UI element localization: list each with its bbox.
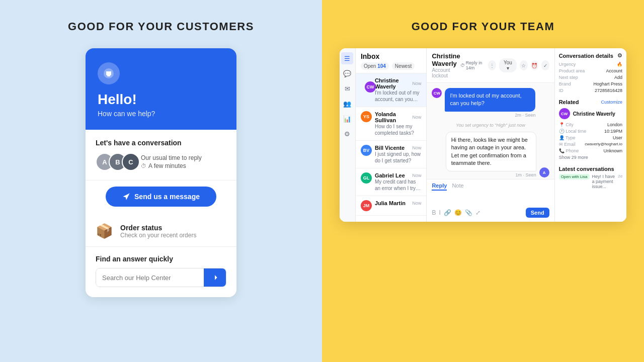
search-button[interactable]	[204, 268, 226, 287]
conv-item-header-1: Yolanda Sullivan Now	[375, 111, 421, 123]
more-options-icon[interactable]: ⋮	[488, 60, 496, 70]
brand-label: Brand	[559, 81, 571, 86]
next-step-value: Add	[614, 75, 622, 80]
widget-body: Let's have a conversation A B C Our usua…	[86, 130, 236, 297]
star-icon[interactable]: ☆	[520, 60, 528, 70]
email-value: cwaverly@hoghart.io	[585, 142, 622, 147]
agent-avatars: A B C	[96, 153, 135, 171]
check-icon[interactable]: ✓	[541, 60, 549, 70]
id-value: 27285816428	[595, 88, 622, 93]
conv-name-4: Julia Martin	[375, 200, 406, 206]
conv-item-0[interactable]: CW Christine Waverly Now I'm locked out …	[356, 73, 426, 107]
related-name: Christine Waverly	[573, 111, 615, 117]
conversation-details-title: Conversation details	[559, 53, 613, 59]
msg-bubble-2: Hi there, looks like we might be having …	[446, 132, 536, 172]
sidebar-icon-settings[interactable]: ⚙	[341, 128, 353, 140]
reply-time-badge: ⏱ Reply in 14m	[460, 60, 485, 70]
expand-icon[interactable]: ⤢	[475, 209, 480, 216]
newest-filter-button[interactable]: Newest	[392, 62, 415, 70]
widget-tagline: How can we help?	[98, 110, 224, 118]
reply-info: Our usual time to reply ⏱ A few minutes	[141, 154, 226, 169]
bold-icon[interactable]: B	[432, 209, 436, 216]
inbox-filter-row: Open 104 Newest	[361, 62, 421, 70]
attach-icon[interactable]: 📎	[465, 209, 472, 216]
conv-item-header-0: Christine Waverly Now	[375, 77, 421, 89]
related-title: Related	[559, 99, 579, 105]
latest-conversations-title: Latest conversations	[559, 166, 622, 172]
reply-tab[interactable]: Reply	[432, 183, 447, 191]
italic-icon[interactable]: I	[439, 209, 440, 216]
left-section-title: GOOD FOR YOUR CUSTOMERS	[68, 20, 254, 33]
svg-rect-1	[107, 75, 110, 76]
phone-value: Unknown	[603, 148, 622, 153]
urgency-label: Urgency	[559, 62, 576, 67]
conv-msg-2: I just signed up, how do I get started?	[375, 151, 421, 164]
conv-msg-3: My credit card has an error when I try t…	[375, 178, 421, 192]
help-search-section: Find an answer quickly	[86, 247, 236, 297]
order-status-section[interactable]: 📦 Order status Check on your recent orde…	[86, 216, 236, 247]
search-input[interactable]	[96, 268, 204, 287]
sidebar-icon-send[interactable]: ✉	[341, 82, 353, 95]
widget-greeting: Hello!	[98, 92, 224, 108]
reply-input[interactable]	[432, 193, 549, 207]
local-time-value: 10:19PM	[604, 129, 622, 134]
sidebar-icon-contacts[interactable]: 👥	[341, 98, 353, 110]
inbox-list: Inbox Open 104 Newest CW Christine Waver…	[356, 48, 427, 222]
id-label: ID	[559, 88, 564, 93]
snooze-icon[interactable]: ⏰	[531, 60, 539, 70]
reply-tools: B I 🔗 😊 📎 ⤢	[432, 209, 480, 216]
conv-item-1[interactable]: YS Yolanda Sullivan Now How do I see my …	[356, 107, 426, 141]
latest-conv-item[interactable]: Open with Lisa Hey! I have a payment iss…	[559, 174, 622, 189]
send-message-button[interactable]: Send us a message	[106, 187, 216, 207]
emoji-icon[interactable]: 😊	[454, 209, 462, 216]
conv-avatar-1: YS	[361, 111, 372, 122]
city-label: 📍 City	[559, 122, 574, 127]
urgency-value: 🔥	[617, 62, 622, 67]
sidebar-icon-reports[interactable]: 📊	[341, 113, 353, 125]
customize-link[interactable]: Customize	[601, 100, 622, 105]
system-msg: You set urgency to "High" just now	[432, 122, 549, 128]
type-value: User	[613, 135, 622, 140]
system-msg-text: You set urgency to "High" just now	[456, 123, 525, 128]
conv-name-0: Christine Waverly	[375, 77, 412, 89]
email-label: ✉ Email	[559, 142, 576, 147]
help-title: Find an answer quickly	[96, 255, 226, 263]
header-actions: ⏱ Reply in 14m ⋮ You ▾ ☆ ⏰ ✓	[460, 58, 549, 72]
agent-avatar-3: C	[122, 153, 140, 171]
phone-label: 📞 Phone	[559, 148, 579, 153]
conv-item-4[interactable]: JM Julia Martin Now	[356, 196, 426, 216]
send-reply-button[interactable]: Send	[526, 208, 549, 218]
conversation-details-section: Conversation details ⚙ Urgency 🔥 Product…	[559, 52, 622, 93]
details-gear-icon[interactable]: ⚙	[617, 52, 622, 59]
search-row	[96, 268, 226, 287]
right-panel: GOOD FOR YOUR TEAM ☰ 💬 ✉ 👥 📊 ⚙ Inbox Ope…	[322, 0, 644, 362]
link-icon[interactable]: 🔗	[444, 209, 451, 216]
conv-item-header-2: Bill Vicente Now	[375, 145, 421, 151]
reply-toolbar: B I 🔗 😊 📎 ⤢ Send	[432, 208, 549, 218]
inbox-sidebar: ☰ 💬 ✉ 👥 📊 ⚙	[340, 48, 356, 222]
order-title: Order status	[120, 224, 196, 232]
conversation-title: Let's have a conversation	[96, 139, 226, 147]
type-row: 👤 Type User	[559, 135, 622, 140]
assign-button[interactable]: You ▾	[499, 58, 517, 72]
conv-name-3: Gabriel Lee	[375, 172, 405, 178]
note-tab[interactable]: Note	[452, 183, 463, 191]
conv-item-3[interactable]: GL Gabriel Lee Now My credit card has an…	[356, 168, 426, 196]
related-avatar: CW	[559, 108, 570, 119]
conv-time-3: Now	[412, 173, 421, 178]
inbox-details: Conversation details ⚙ Urgency 🔥 Product…	[554, 48, 626, 222]
clock-icon: ⏱	[141, 163, 146, 169]
sidebar-icon-menu[interactable]: ☰	[341, 52, 353, 64]
id-row: ID 27285816428	[559, 88, 622, 93]
conv-item-2[interactable]: BV Bill Vicente Now I just signed up, ho…	[356, 141, 426, 168]
main-contact-name: Christine Waverly	[432, 52, 460, 67]
related-header: Related Customize	[559, 99, 622, 105]
conv-avatar-2: BV	[361, 145, 372, 156]
phone-row: 📞 Phone Unknown	[559, 148, 622, 153]
show-more-link[interactable]: Show 29 more	[559, 155, 622, 160]
search-arrow-icon	[211, 274, 219, 282]
next-step-row: Next step Add	[559, 75, 622, 80]
sidebar-icon-chat[interactable]: 💬	[341, 67, 353, 79]
conv-avatar-0: CW	[365, 81, 376, 93]
local-time-row: 🕐 Local time 10:19PM	[559, 129, 622, 134]
